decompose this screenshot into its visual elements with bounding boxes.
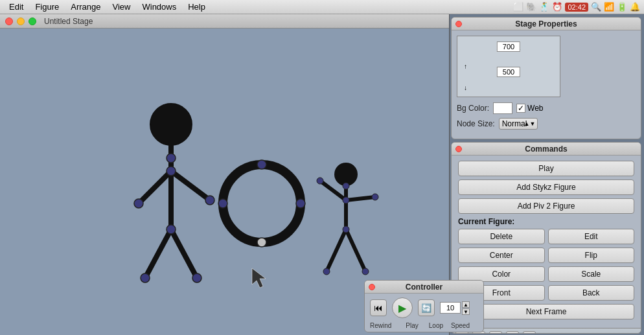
stage-props-content: ← 700 → 700 ↑ 500 xyxy=(452,30,641,139)
controller-titlebar: Controller xyxy=(365,281,483,294)
height-input[interactable]: 500 xyxy=(497,67,520,77)
menu-arrange[interactable]: Arrange xyxy=(65,1,106,13)
next-frame-button[interactable]: Next Frame xyxy=(458,304,634,319)
commands-close[interactable] xyxy=(455,146,462,152)
scale-button[interactable]: Scale xyxy=(548,266,635,282)
stage-props-titlebar: Stage Properties xyxy=(452,17,641,30)
main-area: Untitled Stage xyxy=(0,14,644,335)
svg-point-28 xyxy=(317,178,323,184)
time-display: 02:42 xyxy=(565,3,588,12)
rewind-label: Rewind xyxy=(370,322,391,329)
up-arrow-icon: ↑ xyxy=(464,63,467,70)
color-scale-row: Color Scale xyxy=(458,266,634,282)
stage-title: Untitled Stage xyxy=(44,17,93,26)
controller-labels: Rewind Play Loop Speed xyxy=(365,322,483,332)
add-piv2-button[interactable]: Add Piv 2 Figure xyxy=(458,198,634,214)
svg-point-27 xyxy=(343,197,349,203)
svg-point-14 xyxy=(192,273,201,283)
wifi-icon: 📶 xyxy=(604,2,614,12)
front-back-row: Front Back xyxy=(458,285,634,301)
edit-button[interactable]: Edit xyxy=(548,229,635,244)
stage-props-title: Stage Properties xyxy=(515,19,577,29)
commands-titlebar: Commands xyxy=(452,143,641,156)
stage-properties-panel: Stage Properties ← 700 → 700 xyxy=(451,17,641,139)
svg-point-13 xyxy=(141,273,150,283)
web-checkbox-group: ✓ Web xyxy=(516,104,543,113)
speed-label: Speed xyxy=(451,322,470,329)
bg-color-label: Bg Color: xyxy=(457,104,489,113)
down-arrow-icon: ↓ xyxy=(464,84,467,91)
svg-point-1 xyxy=(150,104,192,145)
bell-icon: 🔔 xyxy=(630,2,640,12)
svg-point-18 xyxy=(257,238,266,247)
stage-titlebar: Untitled Stage xyxy=(0,14,449,29)
svg-point-29 xyxy=(372,194,378,200)
elephant-icon: 🐘 xyxy=(526,2,536,12)
svg-point-30 xyxy=(343,226,349,233)
svg-point-10 xyxy=(134,199,143,208)
node-size-label: Node Size: xyxy=(457,119,495,128)
magnify-icon: 🔍 xyxy=(591,2,601,12)
speed-control: ▲ ▼ xyxy=(440,301,470,315)
play-label: Play xyxy=(406,322,418,329)
move-icon-button[interactable]: ✛ xyxy=(506,331,519,334)
svg-point-19 xyxy=(218,199,227,208)
controller-panel: Controller ⏮ ▶ 🔄 ▲ ▼ Rewind Play Loop Sp… xyxy=(364,280,484,332)
svg-point-16 xyxy=(257,160,266,169)
center-flip-row: Center Flip xyxy=(458,248,634,263)
menu-view[interactable]: View xyxy=(108,1,136,13)
bg-color-swatch[interactable] xyxy=(493,102,512,114)
svg-point-12 xyxy=(167,225,176,234)
speed-up-button[interactable]: ▲ xyxy=(462,301,470,308)
back-button[interactable]: Back xyxy=(548,285,635,301)
delete-button[interactable]: Delete xyxy=(458,229,545,244)
svg-point-31 xyxy=(323,268,330,275)
speed-input-group: ▲ ▼ xyxy=(440,301,470,315)
speed-stepper: ▲ ▼ xyxy=(462,301,470,315)
menu-help[interactable]: Help xyxy=(183,1,211,13)
speed-input[interactable] xyxy=(440,302,461,314)
screen-record-icon: ⬜ xyxy=(513,2,523,12)
maximize-button[interactable] xyxy=(29,17,36,25)
speed-down-button[interactable]: ▼ xyxy=(462,308,470,315)
delete-edit-row: Delete Edit xyxy=(458,229,634,244)
menu-figure[interactable]: Figure xyxy=(30,1,64,13)
center-button[interactable]: Center xyxy=(458,248,545,263)
svg-point-9 xyxy=(167,167,176,176)
loop-button[interactable]: 🔄 xyxy=(418,299,435,316)
flip-button[interactable]: Flip xyxy=(548,248,635,263)
stage-props-close[interactable] xyxy=(455,21,462,27)
web-label: Web xyxy=(527,104,543,113)
svg-point-32 xyxy=(362,268,369,275)
commands-title: Commands xyxy=(525,144,567,154)
web-checkbox[interactable]: ✓ xyxy=(516,104,525,113)
svg-point-8 xyxy=(167,154,176,163)
loop-label: Loop xyxy=(429,322,443,329)
menubar-right: ⬜ 🐘 🕺 ⏰ 02:42 🔍 📶 🔋 🔔 xyxy=(513,2,640,12)
rewind-button[interactable]: ⏮ xyxy=(370,299,387,316)
play-button[interactable]: Play xyxy=(458,161,634,176)
controller-close[interactable] xyxy=(369,284,375,290)
minimize-button[interactable] xyxy=(17,17,25,25)
play-ctrl-button[interactable]: ▶ xyxy=(392,297,413,318)
current-figure-label: Current Figure: xyxy=(458,217,634,226)
svg-point-11 xyxy=(205,196,214,205)
svg-point-17 xyxy=(296,199,305,208)
svg-point-26 xyxy=(343,183,349,189)
add-stykz-button[interactable]: Add Stykz Figure xyxy=(458,179,634,195)
node-size-select[interactable]: Normal ▲▼ xyxy=(499,118,538,130)
stick-icon: 🕺 xyxy=(539,2,549,12)
node-size-row: Node Size: Normal ▲▼ xyxy=(457,118,636,130)
clock-icon: ⏰ xyxy=(552,2,562,12)
controller-title: Controller xyxy=(406,283,443,292)
width-input[interactable]: 700 xyxy=(497,41,520,52)
close-button[interactable] xyxy=(5,17,13,25)
menubar: Edit Figure Arrange View Windows Help ⬜ … xyxy=(0,0,644,14)
menu-edit[interactable]: Edit xyxy=(4,1,29,13)
select-arrow-icon: ▲▼ xyxy=(524,121,536,127)
remove-icon-button[interactable]: − xyxy=(489,331,502,334)
bg-color-row: Bg Color: ✓ Web xyxy=(457,102,636,114)
controller-content: ⏮ ▶ 🔄 ▲ ▼ xyxy=(365,294,483,322)
menu-windows[interactable]: Windows xyxy=(137,1,181,13)
settings-icon-button[interactable]: ⚙ xyxy=(523,331,536,334)
